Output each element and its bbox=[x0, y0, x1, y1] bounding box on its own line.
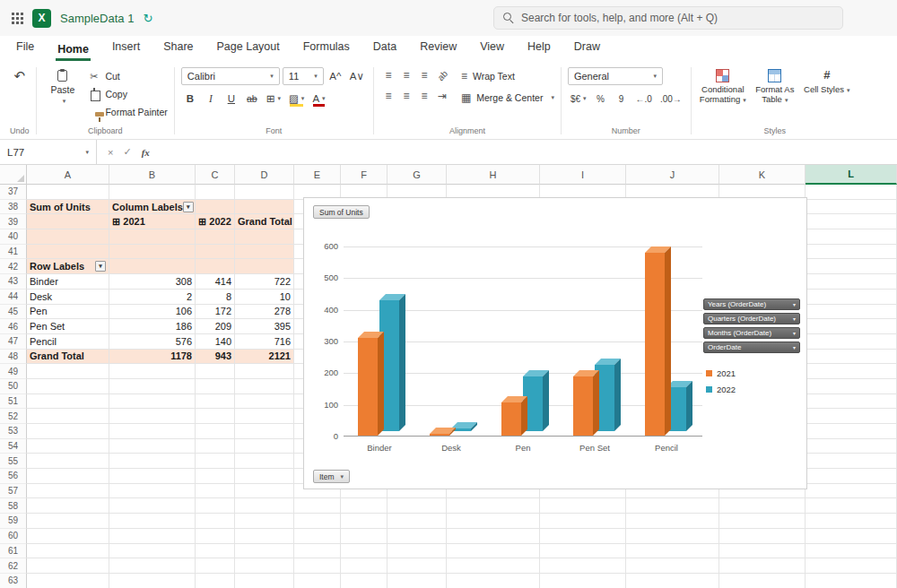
cell-B45[interactable]: 106 bbox=[109, 305, 196, 320]
increase-decimal-button[interactable]: ←.0 bbox=[633, 90, 655, 108]
cell-C41[interactable] bbox=[196, 245, 235, 260]
cell-G61[interactable] bbox=[388, 544, 447, 559]
menu-tab-view[interactable]: View bbox=[478, 38, 506, 61]
cell-D53[interactable] bbox=[235, 424, 294, 439]
row-header-45[interactable]: 45 bbox=[0, 305, 27, 320]
cell-B56[interactable] bbox=[109, 469, 196, 484]
cell-J58[interactable] bbox=[626, 498, 719, 514]
cell-J62[interactable] bbox=[626, 558, 719, 574]
cell-C46[interactable]: 209 bbox=[196, 319, 235, 334]
column-header-F[interactable]: F bbox=[341, 165, 388, 185]
row-header-48[interactable]: 48 bbox=[0, 350, 27, 365]
cell-D39[interactable]: Grand Total bbox=[235, 214, 294, 229]
cell-A44[interactable]: Desk bbox=[27, 290, 109, 305]
row-header-47[interactable]: 47 bbox=[0, 334, 27, 350]
cell-H59[interactable] bbox=[447, 514, 540, 529]
font-color-button[interactable]: A▾ bbox=[309, 90, 327, 108]
cell-A57[interactable] bbox=[27, 484, 109, 499]
bar-2021-pen[interactable] bbox=[501, 402, 521, 436]
cell-L42[interactable] bbox=[806, 259, 897, 274]
cell-B48[interactable]: 1178 bbox=[109, 350, 196, 365]
cell-I59[interactable] bbox=[540, 514, 626, 529]
cell-D57[interactable] bbox=[235, 484, 294, 499]
row-header-54[interactable]: 54 bbox=[0, 439, 27, 454]
cell-A38[interactable]: Sum of Units bbox=[27, 200, 109, 215]
search-input[interactable] bbox=[521, 12, 833, 24]
filter-dropdown-button[interactable]: ▾ bbox=[95, 261, 106, 272]
comma-format-button[interactable]: 9 bbox=[613, 90, 631, 108]
cell-B38[interactable]: Column Labels▾ bbox=[109, 200, 196, 215]
cell-K62[interactable] bbox=[719, 558, 806, 574]
cell-C55[interactable] bbox=[196, 454, 235, 469]
cell-C38[interactable] bbox=[196, 200, 235, 215]
pivot-field-button-years-orderdate-[interactable]: Years (OrderDate)▾ bbox=[703, 298, 800, 310]
row-header-55[interactable]: 55 bbox=[0, 454, 27, 469]
row-header-39[interactable]: 39 bbox=[0, 214, 27, 229]
cell-E58[interactable] bbox=[294, 498, 341, 514]
cell-B58[interactable] bbox=[109, 498, 196, 514]
bar-2021-pen-set[interactable] bbox=[573, 376, 593, 436]
menu-tab-draw[interactable]: Draw bbox=[572, 38, 602, 61]
cell-F58[interactable] bbox=[341, 498, 388, 514]
cell-H61[interactable] bbox=[447, 544, 540, 559]
strikethrough-button[interactable]: ab bbox=[243, 90, 261, 108]
row-header-41[interactable]: 41 bbox=[0, 245, 27, 260]
cell-L63[interactable] bbox=[806, 574, 897, 588]
cell-H58[interactable] bbox=[447, 498, 540, 514]
cell-A47[interactable]: Pencil bbox=[27, 334, 109, 350]
cell-C61[interactable] bbox=[196, 544, 235, 559]
column-header-C[interactable]: C bbox=[196, 165, 235, 185]
cell-H60[interactable] bbox=[447, 529, 540, 544]
cell-I62[interactable] bbox=[540, 558, 626, 574]
cell-D42[interactable] bbox=[235, 259, 294, 274]
cell-C37[interactable] bbox=[196, 185, 235, 200]
legend-item-2022[interactable]: 2022 bbox=[706, 385, 736, 394]
cell-I61[interactable] bbox=[540, 544, 626, 559]
cell-K61[interactable] bbox=[719, 544, 806, 559]
conditional-formatting-button[interactable]: Conditional Formatting▾ bbox=[698, 67, 748, 105]
cell-C49[interactable] bbox=[196, 364, 235, 379]
formula-input[interactable] bbox=[161, 140, 897, 164]
cell-styles-button[interactable]: # Cell Styles▾ bbox=[802, 67, 852, 105]
align-bottom-button[interactable]: ≡ bbox=[416, 67, 432, 83]
bar-2021-desk[interactable] bbox=[430, 434, 449, 436]
pivot-field-button-quarters-orderdate-[interactable]: Quarters (OrderDate)▾ bbox=[703, 313, 800, 324]
row-header-49[interactable]: 49 bbox=[0, 364, 27, 379]
cell-L41[interactable] bbox=[806, 245, 897, 260]
cell-D59[interactable] bbox=[235, 514, 294, 529]
column-header-K[interactable]: K bbox=[719, 165, 806, 185]
cell-L54[interactable] bbox=[806, 439, 897, 454]
cell-B63[interactable] bbox=[109, 574, 196, 588]
cell-D45[interactable]: 278 bbox=[235, 305, 294, 320]
confirm-entry-icon[interactable]: ✓ bbox=[123, 146, 131, 158]
cell-L60[interactable] bbox=[806, 529, 897, 544]
file-name[interactable]: SampleData 1 bbox=[60, 12, 134, 25]
cell-A43[interactable]: Binder bbox=[27, 274, 109, 290]
cell-D61[interactable] bbox=[235, 544, 294, 559]
cell-C53[interactable] bbox=[196, 424, 235, 439]
row-header-60[interactable]: 60 bbox=[0, 529, 27, 544]
cancel-entry-icon[interactable]: × bbox=[108, 147, 113, 158]
cell-F61[interactable] bbox=[341, 544, 388, 559]
cell-L55[interactable] bbox=[806, 454, 897, 469]
cell-B46[interactable]: 186 bbox=[109, 319, 196, 334]
cell-D46[interactable]: 395 bbox=[235, 319, 294, 334]
cell-D40[interactable] bbox=[235, 229, 294, 245]
cell-D43[interactable]: 722 bbox=[235, 274, 294, 290]
decrease-font-button[interactable]: A∨ bbox=[347, 67, 367, 85]
cell-A37[interactable] bbox=[27, 185, 109, 200]
menu-tab-file[interactable]: File bbox=[14, 38, 36, 61]
cell-E61[interactable] bbox=[294, 544, 341, 559]
cell-B41[interactable] bbox=[109, 245, 196, 260]
cell-A40[interactable] bbox=[27, 229, 109, 245]
cell-E63[interactable] bbox=[294, 574, 341, 588]
cell-C47[interactable]: 140 bbox=[196, 334, 235, 350]
cell-G63[interactable] bbox=[388, 574, 447, 588]
font-size-select[interactable]: 11▾ bbox=[283, 67, 324, 85]
cell-A42[interactable]: Row Labels▾ bbox=[27, 259, 109, 274]
cut-button[interactable]: ✂Cut bbox=[88, 69, 119, 83]
cell-A39[interactable] bbox=[27, 214, 109, 229]
cell-K59[interactable] bbox=[719, 514, 806, 529]
cell-A50[interactable] bbox=[27, 379, 109, 394]
cell-L57[interactable] bbox=[806, 484, 897, 499]
